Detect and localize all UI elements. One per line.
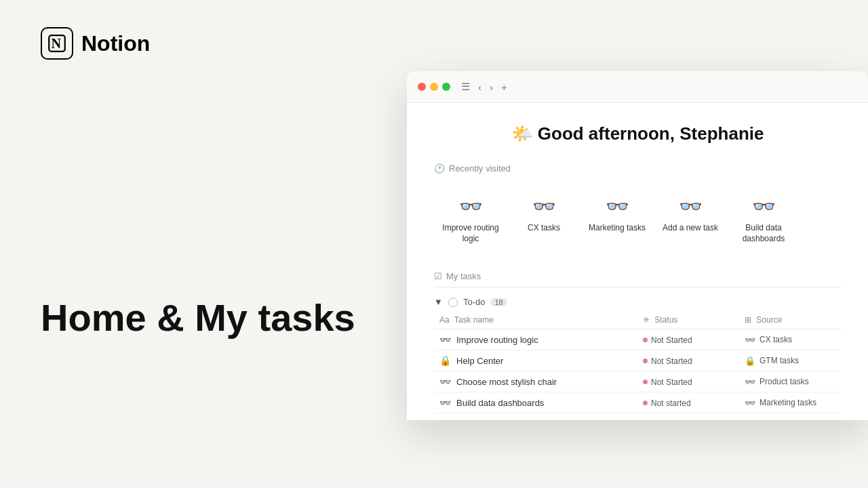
recent-label-1: CX tasks (528, 223, 560, 234)
notion-logo: N Notion (41, 27, 359, 60)
source-cell: 🔒 GTM tasks (745, 356, 835, 366)
clock-icon: 🕐 (434, 163, 445, 174)
recent-label-2: Marketing tasks (589, 223, 646, 234)
back-icon[interactable]: ‹ (478, 81, 481, 93)
recent-icon-2: 👓 (606, 195, 629, 218)
traffic-lights (418, 83, 450, 91)
source-cell: 👓 Product tasks (745, 377, 835, 387)
maximize-button[interactable] (442, 83, 450, 91)
recent-item-1[interactable]: 👓 CX tasks (507, 187, 580, 252)
source-text: CX tasks (760, 335, 792, 344)
source-text: Product tasks (760, 377, 809, 386)
col-header-status: ✳ Status (637, 311, 739, 329)
source-icon: 🔒 (745, 356, 755, 366)
collapse-icon[interactable]: ▼ (434, 297, 443, 307)
task-row-icon: 👓 (439, 397, 451, 408)
task-name: Choose most stylish chair (456, 377, 557, 387)
minimize-button[interactable] (430, 83, 438, 91)
source-cell: 👓 CX tasks (745, 335, 835, 345)
task-name-cell: 🔒 Help Center (439, 355, 632, 366)
recent-label-3: Add a new task (663, 223, 718, 234)
status-text: Not Started (651, 336, 692, 345)
status-badge: Not Started (643, 336, 692, 345)
recent-item-0[interactable]: 👓 Improve routing logic (434, 187, 507, 252)
my-tasks-label: My tasks (446, 271, 481, 281)
table-row[interactable]: 👓 Add a new task Not started 👓 Marketing… (434, 413, 841, 420)
task-name-cell: 👓 Build data dashboards (439, 397, 632, 408)
add-icon[interactable]: + (501, 81, 507, 93)
svg-text:N: N (52, 36, 62, 51)
task-name-cell: 👓 Choose most stylish chair (439, 376, 632, 387)
table-row[interactable]: 🔒 Help Center Not Started 🔒 GTM tasks (434, 350, 841, 371)
recent-item-3[interactable]: 👓 Add a new task (654, 187, 727, 252)
col-header-source: ⊞ Source (739, 311, 841, 329)
left-panel: N Notion Home & My tasks (0, 0, 400, 488)
source-cell: 👓 Marketing tasks (745, 419, 835, 420)
toolbar-icons: ☰ ‹ › + (461, 81, 507, 93)
table-row[interactable]: 👓 Improve routing logic Not Started 👓 CX… (434, 329, 841, 350)
task-row-icon: 👓 (439, 418, 451, 420)
notion-logo-icon: N (41, 27, 73, 60)
recent-icon-1: 👓 (532, 195, 556, 218)
forward-icon[interactable]: › (490, 81, 493, 93)
task-name-cell: 👓 Add a new task (439, 418, 632, 420)
source-text: GTM tasks (760, 356, 799, 365)
recently-visited-header: 🕐 Recently visited (434, 158, 841, 179)
tasks-section: ▼ To-do 18 Aa Task name ✳ Status (434, 287, 841, 420)
recent-label-4: Build data dashboards (732, 223, 795, 244)
title-bar: ☰ ‹ › + (407, 71, 868, 103)
recent-icon-0: 👓 (459, 195, 483, 218)
todo-circle-icon (448, 298, 458, 307)
page-title: Home & My tasks (41, 297, 359, 339)
source-text: Marketing tasks (760, 398, 816, 407)
task-name: Help Center (456, 356, 503, 366)
my-tasks-header: ☑ My tasks (434, 268, 841, 287)
recent-item-2[interactable]: 👓 Marketing tasks (580, 187, 654, 252)
notion-window: ☰ ‹ › + 🌤️ Good afternoon, Stephanie 🕐 R… (407, 71, 868, 420)
table-row[interactable]: 👓 Build data dashboards Not started 👓 Ma… (434, 392, 841, 413)
source-icon: 👓 (745, 398, 755, 408)
todo-label: To-do (463, 297, 486, 307)
recently-visited-grid: 👓 Improve routing logic 👓 CX tasks 👓 Mar… (434, 187, 841, 252)
main-content: 🌤️ Good afternoon, Stephanie 🕐 Recently … (407, 103, 868, 420)
source-icon: 👓 (745, 377, 755, 387)
task-row-icon: 🔒 (439, 355, 451, 366)
status-text: Not started (651, 399, 691, 408)
notion-logo-text: Notion (81, 31, 150, 56)
task-row-icon: 👓 (439, 376, 451, 387)
todo-count: 18 (490, 298, 507, 306)
source-icon: 👓 (745, 419, 755, 420)
status-dot (643, 380, 648, 384)
recent-item-4[interactable]: 👓 Build data dashboards (727, 187, 800, 252)
status-badge: Not started (643, 399, 691, 408)
task-name: Build data dashboards (456, 398, 544, 408)
status-dot (643, 359, 648, 363)
recent-icon-4: 👓 (752, 195, 776, 218)
sidebar-toggle-icon[interactable]: ☰ (461, 81, 470, 93)
table-row[interactable]: 👓 Choose most stylish chair Not Started … (434, 371, 841, 392)
recent-icon-3: 👓 (679, 195, 703, 218)
todo-header: ▼ To-do 18 (434, 293, 841, 311)
status-dot (643, 338, 648, 342)
status-text: Not Started (651, 357, 692, 366)
recently-visited-label: Recently visited (449, 163, 511, 174)
close-button[interactable] (418, 83, 426, 91)
status-badge: Not Started (643, 378, 692, 387)
tasks-table: Aa Task name ✳ Status ⊞ Source (434, 311, 841, 420)
task-name-cell: 👓 Improve routing logic (439, 334, 632, 345)
recent-label-0: Improve routing logic (439, 223, 502, 244)
checkbox-icon: ☑ (434, 271, 442, 281)
task-row-icon: 👓 (439, 334, 451, 345)
source-text: Marketing tasks (760, 419, 816, 420)
col-header-task: Aa Task name (434, 311, 637, 329)
status-text: Not started (651, 420, 691, 420)
status-badge: Not Started (643, 357, 692, 366)
source-icon: 👓 (745, 335, 755, 345)
source-cell: 👓 Marketing tasks (745, 398, 835, 408)
greeting: 🌤️ Good afternoon, Stephanie (434, 103, 841, 158)
task-name: Improve routing logic (456, 335, 538, 345)
task-name: Add a new task (456, 419, 517, 420)
status-dot (643, 401, 648, 405)
status-badge: Not started (643, 420, 691, 420)
status-text: Not Started (651, 378, 692, 387)
